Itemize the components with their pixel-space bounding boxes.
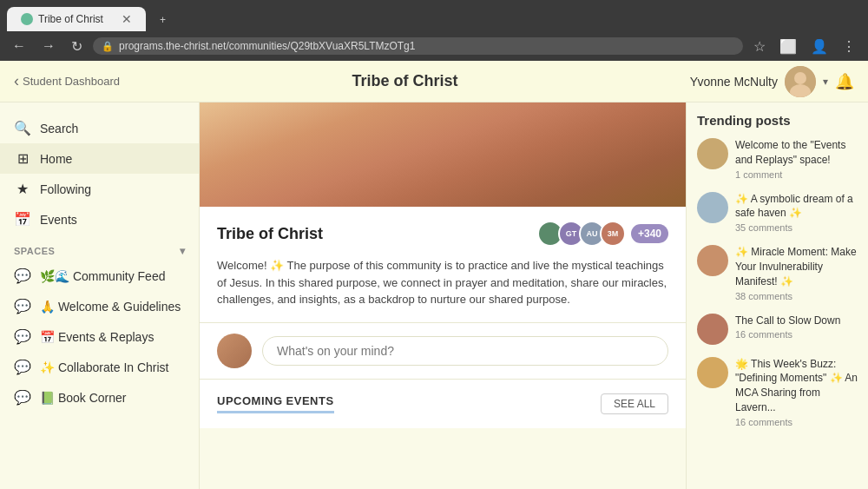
sidebar-item-home[interactable]: ⊞ Home bbox=[0, 143, 199, 174]
welcome-icon: 💬 bbox=[14, 298, 31, 314]
trending-content-2: ✨ A symbolic dream of a safe haven ✨ 35 … bbox=[735, 192, 858, 234]
collaborate-icon: 💬 bbox=[14, 359, 31, 375]
post-input[interactable] bbox=[262, 336, 668, 366]
search-label: Search bbox=[40, 122, 78, 135]
trending-comments-1: 1 comment bbox=[735, 169, 858, 180]
trending-post-title-3[interactable]: ✨ Miracle Moment: Make Your Invulnerabil… bbox=[735, 245, 858, 288]
app-container: Student Dashboard Tribe of Christ Yvonne… bbox=[0, 61, 868, 489]
trending-content-5: 🌟 This Week's Buzz: "Defining Moments" ✨… bbox=[735, 357, 858, 427]
trending-comments-2: 35 comments bbox=[735, 222, 858, 233]
spaces-label: SPACES bbox=[14, 246, 55, 256]
following-label: Following bbox=[40, 182, 91, 196]
trending-avatar-4 bbox=[697, 314, 728, 345]
active-tab[interactable]: Tribe of Christ ✕ bbox=[7, 7, 146, 31]
trending-comments-3: 38 comments bbox=[735, 291, 858, 301]
user-dropdown-arrow[interactable]: ▾ bbox=[823, 76, 828, 88]
tab-title: Tribe of Christ bbox=[38, 13, 103, 25]
back-to-dashboard-link[interactable]: Student Dashboard bbox=[14, 72, 120, 90]
sidebar-item-book-corner[interactable]: 💬 📗 Book Corner bbox=[0, 382, 199, 413]
community-feed-icon: 💬 bbox=[14, 268, 31, 284]
spaces-chevron: ▾ bbox=[180, 245, 186, 257]
sidebar-item-collaborate[interactable]: 💬 ✨ Collaborate In Christ bbox=[0, 352, 199, 382]
menu-button[interactable]: ⋮ bbox=[837, 36, 861, 56]
trending-avatar-1 bbox=[697, 138, 728, 169]
trending-item-3: ✨ Miracle Moment: Make Your Invulnerabil… bbox=[697, 245, 858, 301]
extensions-button[interactable]: ⬜ bbox=[774, 36, 802, 56]
trending-content-1: Welcome to the "Events and Replays" spac… bbox=[735, 138, 858, 180]
user-avatar[interactable] bbox=[785, 66, 816, 97]
home-icon: ⊞ bbox=[14, 150, 31, 167]
trending-content-3: ✨ Miracle Moment: Make Your Invulnerabil… bbox=[735, 245, 858, 301]
trending-comments-4: 16 comments bbox=[735, 329, 858, 340]
search-icon: 🔍 bbox=[14, 120, 31, 136]
tab-favicon bbox=[21, 13, 33, 25]
welcome-label: 🙏 Welcome & Guidelines bbox=[40, 300, 181, 314]
trending-comments-5: 16 comments bbox=[735, 417, 858, 427]
trending-item-2: ✨ A symbolic dream of a safe haven ✨ 35 … bbox=[697, 192, 858, 234]
trending-post-title-2[interactable]: ✨ A symbolic dream of a safe haven ✨ bbox=[735, 192, 858, 221]
collaborate-label: ✨ Collaborate In Christ bbox=[40, 360, 169, 374]
center-content: Tribe of Christ GT AU 3M +340 Welcome! ✨… bbox=[200, 102, 686, 489]
browser-chrome: Tribe of Christ ✕ + ← → ↻ 🔒 programs.the… bbox=[0, 0, 868, 61]
tab-close-button[interactable]: ✕ bbox=[122, 12, 132, 26]
community-feed-label: 🌿🌊 Community Feed bbox=[40, 269, 165, 283]
community-name: Tribe of Christ bbox=[217, 225, 323, 243]
top-nav-right: Yvonne McNulty ▾ 🔔 bbox=[690, 66, 854, 97]
community-card: Tribe of Christ GT AU 3M +340 Welcome! ✨… bbox=[200, 207, 686, 323]
sidebar-item-community-feed[interactable]: 💬 🌿🌊 Community Feed bbox=[0, 261, 199, 291]
community-header: Tribe of Christ GT AU 3M +340 bbox=[217, 221, 668, 247]
refresh-button[interactable]: ↻ bbox=[66, 36, 88, 56]
hero-image bbox=[200, 102, 686, 207]
spaces-section-header: SPACES ▾ bbox=[0, 235, 199, 261]
new-tab-button[interactable]: + bbox=[146, 9, 180, 31]
right-panel: Trending posts Welcome to the "Events an… bbox=[686, 102, 868, 489]
member-avatars: GT AU 3M +340 bbox=[537, 221, 668, 247]
trending-content-4: The Call to Slow Down 16 comments bbox=[735, 314, 858, 340]
trending-post-title-4[interactable]: The Call to Slow Down bbox=[735, 314, 858, 328]
community-description: Welcome! ✨ The purpose of this community… bbox=[217, 257, 668, 308]
main-area: 🔍 Search ⊞ Home ★ Following 📅 Events SPA… bbox=[0, 102, 868, 489]
profile-button[interactable]: 👤 bbox=[806, 36, 833, 56]
calendar-icon: 📅 bbox=[14, 211, 31, 228]
upcoming-events-section: UPCOMING EVENTS SEE ALL bbox=[200, 380, 686, 428]
trending-item-1: Welcome to the "Events and Replays" spac… bbox=[697, 138, 858, 180]
back-button[interactable]: ← bbox=[7, 36, 31, 56]
browser-actions: ☆ ⬜ 👤 ⋮ bbox=[748, 36, 861, 56]
address-bar[interactable]: 🔒 programs.the-christ.net/communities/Q2… bbox=[93, 37, 743, 55]
browser-tab-bar: Tribe of Christ ✕ + bbox=[0, 0, 868, 31]
forward-button[interactable]: → bbox=[36, 36, 61, 56]
user-name: Yvonne McNulty bbox=[690, 75, 778, 89]
sidebar-item-search[interactable]: 🔍 Search bbox=[0, 113, 199, 143]
browser-toolbar: ← → ↻ 🔒 programs.the-christ.net/communit… bbox=[0, 31, 868, 61]
star-icon: ★ bbox=[14, 181, 31, 197]
events-replays-label: 📅 Events & Replays bbox=[40, 330, 154, 344]
events-label: Events bbox=[40, 213, 77, 227]
book-corner-icon: 💬 bbox=[14, 389, 31, 406]
trending-item-4: The Call to Slow Down 16 comments bbox=[697, 314, 858, 345]
events-replays-icon: 💬 bbox=[14, 328, 31, 345]
page-title: Tribe of Christ bbox=[120, 72, 690, 90]
upcoming-events-title: UPCOMING EVENTS bbox=[217, 394, 334, 413]
notification-bell[interactable]: 🔔 bbox=[835, 72, 854, 91]
see-all-button[interactable]: SEE ALL bbox=[601, 393, 668, 414]
home-label: Home bbox=[40, 152, 72, 166]
sidebar: 🔍 Search ⊞ Home ★ Following 📅 Events SPA… bbox=[0, 102, 200, 489]
trending-item-5: 🌟 This Week's Buzz: "Defining Moments" ✨… bbox=[697, 357, 858, 427]
post-box bbox=[200, 323, 686, 380]
url-text: programs.the-christ.net/communities/Q29t… bbox=[119, 40, 415, 52]
lock-icon: 🔒 bbox=[102, 41, 114, 52]
bookmark-button[interactable]: ☆ bbox=[748, 36, 771, 56]
upcoming-header: UPCOMING EVENTS SEE ALL bbox=[217, 393, 668, 414]
sidebar-item-following[interactable]: ★ Following bbox=[0, 174, 199, 204]
trending-avatar-3 bbox=[697, 245, 728, 276]
sidebar-item-welcome[interactable]: 💬 🙏 Welcome & Guidelines bbox=[0, 291, 199, 321]
member-count: +340 bbox=[631, 224, 668, 243]
trending-title: Trending posts bbox=[697, 113, 858, 128]
post-user-avatar bbox=[217, 334, 252, 368]
trending-post-title-5[interactable]: 🌟 This Week's Buzz: "Defining Moments" ✨… bbox=[735, 357, 858, 415]
sidebar-item-events[interactable]: 📅 Events bbox=[0, 204, 199, 235]
trending-avatar-2 bbox=[697, 192, 728, 223]
sidebar-item-events-replays[interactable]: 💬 📅 Events & Replays bbox=[0, 321, 199, 352]
trending-post-title-1[interactable]: Welcome to the "Events and Replays" spac… bbox=[735, 138, 858, 168]
member-avatar-4: 3M bbox=[600, 221, 626, 247]
